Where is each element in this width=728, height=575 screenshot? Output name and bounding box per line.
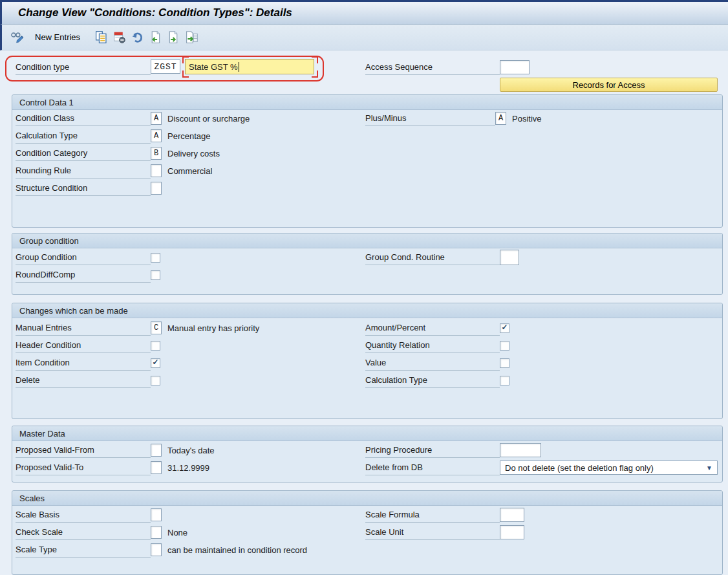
row-scale-type: Scale Type can be maintained in conditio…	[16, 542, 307, 558]
proposed-valid-to-field[interactable]	[151, 461, 162, 474]
proposed-valid-to-label: Proposed Valid-To	[16, 460, 151, 475]
manual-entries-label: Manual Entries	[16, 320, 151, 336]
proposed-valid-from-desc: Today's date	[167, 446, 215, 455]
groupbox-group-condition-header: Group condition	[12, 233, 722, 248]
header-condition-checkbox[interactable]	[151, 341, 160, 351]
group-cond-routine-field[interactable]	[500, 250, 519, 265]
row-rounding-rule: Rounding Rule Commercial	[16, 163, 212, 179]
group-cond-routine-label: Group Cond. Routine	[365, 250, 500, 265]
plus-minus-label: Plus/Minus	[365, 111, 495, 126]
application-toolbar: New Entries	[0, 25, 728, 50]
delete-from-db-value: Do not delete (set the deletion flag onl…	[505, 463, 654, 473]
scale-basis-field[interactable]	[151, 508, 162, 521]
access-sequence-row: Access Sequence	[365, 60, 530, 75]
next-entry-icon[interactable]	[164, 28, 182, 47]
rounding-rule-field[interactable]	[151, 164, 162, 177]
access-sequence-label: Access Sequence	[365, 60, 500, 75]
scale-type-field[interactable]	[151, 543, 162, 556]
scale-formula-field[interactable]	[500, 508, 524, 522]
item-condition-label: Item Condition	[16, 355, 151, 371]
scale-unit-label: Scale Unit	[365, 525, 500, 540]
row-scale-formula: Scale Formula	[365, 507, 524, 523]
undo-icon	[131, 30, 144, 44]
pricing-procedure-field[interactable]	[500, 443, 541, 457]
row-group-condition: Group Condition	[16, 250, 160, 265]
group-condition-label: Group Condition	[16, 250, 151, 265]
row-plus-minus: Plus/Minus A Positive	[365, 111, 542, 126]
calculation-type-field[interactable]: A	[151, 129, 162, 142]
condition-class-label: Condition Class	[16, 111, 151, 126]
scale-unit-field[interactable]	[500, 525, 524, 539]
condition-type-code-field[interactable]: ZGST	[151, 60, 180, 74]
condition-category-desc: Delivery costs	[167, 149, 220, 158]
undo-icon[interactable]	[128, 28, 146, 47]
scale-formula-label: Scale Formula	[365, 507, 500, 523]
scale-type-desc: can be maintained in condition record	[167, 545, 307, 555]
rounddiffcomp-checkbox[interactable]	[151, 270, 160, 280]
other-entry-icon[interactable]	[182, 28, 200, 47]
scale-type-label: Scale Type	[16, 542, 151, 558]
delete-checkbox[interactable]	[151, 376, 160, 385]
scale-basis-label: Scale Basis	[16, 507, 151, 523]
check-scale-field[interactable]	[151, 526, 162, 539]
delete-from-db-dropdown[interactable]: Do not delete (set the deletion flag onl…	[500, 461, 718, 475]
condition-category-field[interactable]: B	[151, 147, 162, 160]
manual-entries-desc: Manual entry has priority	[167, 323, 259, 333]
row-manual-entries: Manual Entries C Manual entry has priori…	[16, 320, 259, 336]
calculation-type-flag-label: Calculation Type	[365, 373, 500, 388]
new-entries-button[interactable]: New Entries	[30, 31, 85, 43]
condition-class-field[interactable]: A	[151, 112, 162, 125]
row-rounddiffcomp: RoundDiffComp	[16, 267, 160, 283]
change-display-icon	[10, 30, 24, 44]
condition-category-label: Condition Category	[16, 146, 151, 161]
row-proposed-valid-from: Proposed Valid-From Today's date	[16, 442, 215, 458]
proposed-valid-from-field[interactable]	[151, 444, 162, 457]
manual-entries-field[interactable]: C	[151, 321, 162, 334]
text-cursor	[239, 62, 239, 72]
copy-as-icon[interactable]	[92, 28, 110, 47]
row-quantity-relation: Quantity Relation	[365, 338, 509, 353]
structure-condition-field[interactable]	[151, 182, 162, 195]
row-pricing-procedure: Pricing Procedure	[365, 442, 541, 458]
plus-minus-field[interactable]: A	[495, 112, 506, 125]
condition-type-name-value: State GST %	[189, 62, 238, 72]
row-check-scale: Check Scale None	[16, 525, 187, 540]
previous-entry-icon[interactable]	[146, 28, 164, 47]
row-header-condition: Header Condition	[16, 338, 160, 353]
calculation-type-desc: Percentage	[167, 131, 211, 141]
row-calculation-type: Calculation Type A Percentage	[16, 128, 211, 144]
condition-class-desc: Discount or surcharge	[167, 114, 250, 124]
pricing-procedure-label: Pricing Procedure	[365, 442, 500, 458]
proposed-valid-from-label: Proposed Valid-From	[16, 442, 151, 458]
calculation-type-checkbox[interactable]	[500, 376, 509, 385]
value-checkbox[interactable]	[500, 358, 509, 368]
group-condition-checkbox[interactable]	[151, 253, 160, 263]
groupbox-control-data-header: Control Data 1	[12, 95, 722, 110]
records-for-access-button[interactable]: Records for Access	[500, 78, 718, 92]
title-bar: Change View "Conditions: Condition Types…	[0, 0, 728, 25]
row-scale-unit: Scale Unit	[365, 525, 524, 540]
row-amount-percent: Amount/Percent ✓	[365, 320, 509, 336]
quantity-relation-checkbox[interactable]	[500, 341, 509, 351]
row-scale-basis: Scale Basis	[16, 507, 167, 523]
amount-percent-label: Amount/Percent	[365, 320, 500, 336]
other-entry-icon	[185, 30, 198, 44]
change-display-icon[interactable]	[8, 28, 26, 47]
item-condition-checkbox[interactable]: ✓	[151, 358, 160, 368]
row-group-cond-routine: Group Cond. Routine	[365, 250, 519, 265]
proposed-valid-to-desc: 31.12.9999	[167, 463, 209, 473]
amount-percent-checkbox[interactable]: ✓	[500, 323, 509, 333]
row-condition-category: Condition Category B Delivery costs	[16, 146, 220, 161]
structure-condition-label: Structure Condition	[16, 180, 151, 196]
groupbox-master-data-header: Master Data	[12, 426, 722, 441]
delete-icon[interactable]	[110, 28, 128, 47]
delete-label: Delete	[16, 373, 151, 388]
groupbox-scales-header: Scales	[12, 491, 722, 506]
row-condition-class: Condition Class A Discount or surcharge	[16, 111, 250, 126]
access-sequence-field[interactable]	[500, 60, 530, 74]
condition-type-label: Condition type	[16, 60, 151, 75]
value-label: Value	[365, 355, 500, 371]
row-proposed-valid-to: Proposed Valid-To 31.12.9999	[16, 460, 209, 475]
condition-type-name-field[interactable]: State GST %	[185, 59, 314, 74]
rounding-rule-label: Rounding Rule	[16, 163, 151, 179]
